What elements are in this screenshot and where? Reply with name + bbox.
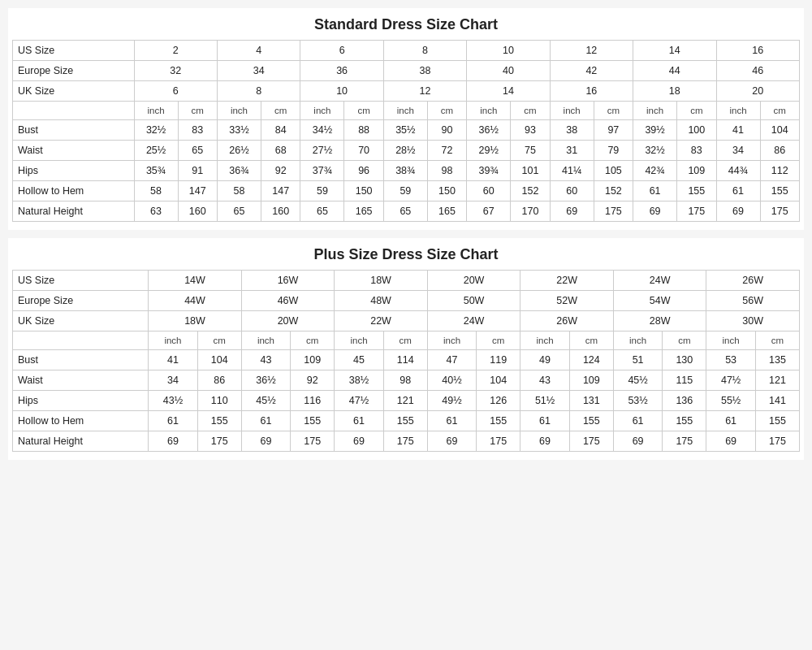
uk-size-8: 8	[217, 81, 300, 102]
standard-title: Standard Dress Size Chart	[12, 16, 800, 33]
unit-inch-8: inch	[716, 102, 760, 120]
uk-size-6: 6	[134, 81, 217, 102]
us-size-10: 10	[467, 41, 550, 61]
unit-cm-5: cm	[511, 102, 550, 120]
eu-size-label: Europe Size	[13, 61, 135, 81]
eu-size-42: 42	[550, 61, 633, 81]
unit-cm-2: cm	[261, 102, 300, 120]
eu-size-row: Europe Size 32 34 36 38 40 42 44 46	[13, 61, 800, 81]
eu-size-34: 34	[217, 61, 300, 81]
plus-chart: Plus Size Dress Size Chart US Size 14W 1…	[8, 238, 804, 460]
unit-cm-4: cm	[427, 102, 466, 120]
unit-cm-7: cm	[677, 102, 716, 120]
hips-row-standard: Hips 35¾91 36¾92 37¾96 38¾98 39¾101 41¼1…	[13, 161, 800, 181]
eu-size-36: 36	[300, 61, 383, 81]
unit-cm-6: cm	[594, 102, 633, 120]
uk-size-14: 14	[467, 81, 550, 102]
unit-inch-7: inch	[633, 102, 677, 120]
bust-row-plus: Bust 41104 43109 45114 47119 49124 51130…	[13, 350, 800, 370]
uk-size-10: 10	[300, 81, 383, 102]
waist-row-plus: Waist 3486 36½92 38½98 40½104 43109 45½1…	[13, 370, 800, 391]
hollow-row-plus: Hollow to Hem 61155 61155 61155 61155 61…	[13, 411, 800, 431]
us-size-label-plus: US Size	[13, 271, 149, 291]
height-row-standard: Natural Height 63160 65160 65165 65165 6…	[13, 202, 800, 222]
us-size-4: 4	[217, 41, 300, 61]
us-size-14: 14	[633, 41, 716, 61]
standard-table: US Size 2 4 6 8 10 12 14 16 Europe Size …	[12, 40, 800, 222]
us-size-row: US Size 2 4 6 8 10 12 14 16	[13, 41, 800, 61]
unit-cm-1: cm	[178, 102, 217, 120]
unit-inch-5: inch	[467, 102, 511, 120]
uk-size-18: 18	[633, 81, 716, 102]
eu-size-40: 40	[467, 61, 550, 81]
unit-inch-3: inch	[300, 102, 344, 120]
us-size-2: 2	[134, 41, 217, 61]
eu-size-32: 32	[134, 61, 217, 81]
us-size-8: 8	[383, 41, 466, 61]
uk-size-row: UK Size 6 8 10 12 14 16 18 20	[13, 81, 800, 102]
plus-table: US Size 14W 16W 18W 20W 22W 24W 26W Euro…	[12, 270, 800, 452]
standard-chart: Standard Dress Size Chart US Size 2 4 6 …	[8, 8, 804, 230]
us-size-row-plus: US Size 14W 16W 18W 20W 22W 24W 26W	[13, 271, 800, 291]
hollow-row-standard: Hollow to Hem 58147 58147 59150 59150 60…	[13, 181, 800, 202]
eu-size-44: 44	[633, 61, 716, 81]
unit-inch-4: inch	[383, 102, 427, 120]
eu-size-38: 38	[383, 61, 466, 81]
unit-cm-8: cm	[760, 102, 799, 120]
uk-size-label: UK Size	[13, 81, 135, 102]
us-size-label: US Size	[13, 41, 135, 61]
bust-row-standard: Bust 32½83 33½84 34½88 35½90 36½93 3897 …	[13, 120, 800, 141]
height-row-plus: Natural Height 69175 69175 69175 69175 6…	[13, 431, 800, 452]
uk-size-20: 20	[716, 81, 800, 102]
us-size-12: 12	[550, 41, 633, 61]
eu-size-label-plus: Europe Size	[13, 291, 149, 311]
uk-size-row-plus: UK Size 18W 20W 22W 24W 26W 28W 30W	[13, 311, 800, 332]
eu-size-46: 46	[716, 61, 800, 81]
waist-row-standard: Waist 25½65 26½68 27½70 28½72 29½75 3179…	[13, 141, 800, 161]
uk-size-12: 12	[383, 81, 466, 102]
unit-row-standard: inch cm inch cm inch cm inch cm inch cm …	[13, 102, 800, 120]
uk-size-16: 16	[550, 81, 633, 102]
unit-inch-6: inch	[550, 102, 594, 120]
plus-title: Plus Size Dress Size Chart	[12, 246, 800, 263]
eu-size-row-plus: Europe Size 44W 46W 48W 50W 52W 54W 56W	[13, 291, 800, 311]
us-size-6: 6	[300, 41, 383, 61]
uk-size-label-plus: UK Size	[13, 311, 149, 332]
unit-inch-1: inch	[134, 102, 178, 120]
unit-cm-3: cm	[344, 102, 383, 120]
unit-inch-2: inch	[217, 102, 261, 120]
hips-row-plus: Hips 43½110 45½116 47½121 49½126 51½131 …	[13, 391, 800, 411]
us-size-16: 16	[716, 41, 800, 61]
unit-row-plus: inch cm inch cm inch cm inch cm inch cm …	[13, 332, 800, 350]
